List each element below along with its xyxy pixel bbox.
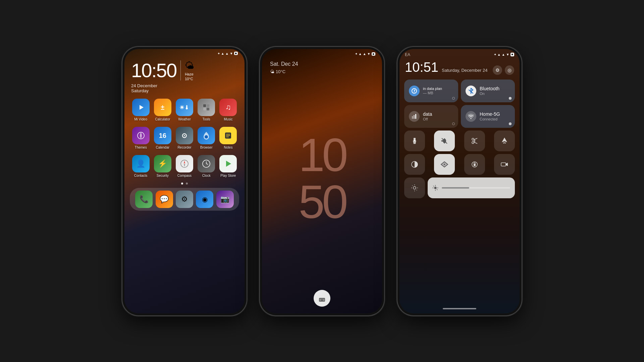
tile-video[interactable] (494, 154, 515, 175)
tools-label: Tools (202, 117, 210, 121)
ctrl-wifi-icon: ▼ (506, 53, 509, 56)
app-calendar[interactable]: 16 Calendar (153, 127, 173, 150)
app-tools[interactable]: Tools (196, 99, 216, 121)
data-plan-title: in data plan (423, 87, 453, 91)
wifi-subtitle: Connected (480, 117, 510, 121)
security-label: Security (157, 174, 169, 178)
playstore-label: Play Store (220, 174, 236, 178)
app-browser[interactable]: Browser (196, 127, 216, 150)
svg-rect-4 (207, 108, 209, 110)
app-row-2: Themes 16 Calendar ⊙ Recorder (124, 124, 245, 152)
control-time: 10:51 (405, 60, 438, 75)
lock-unlock-button[interactable] (314, 290, 330, 307)
app-clock[interactable]: Clock (196, 155, 216, 178)
dot-active (181, 183, 183, 185)
tile-lock-rotate[interactable] (464, 154, 485, 175)
wifi-dot (509, 122, 512, 125)
app-contacts[interactable]: 👤 Contacts (131, 155, 151, 178)
mobile-data-text: data Off (423, 111, 453, 121)
themes-label: Themes (135, 146, 147, 150)
control-time-row: 10:51 Saturday, December 24 ⚙ ◎ (399, 58, 520, 77)
svg-marker-17 (226, 161, 231, 167)
dock-settings[interactable]: ⚙ (176, 191, 193, 208)
dock-camera[interactable]: 📷 (216, 191, 234, 208)
phone-home: ✦ ▲ ▲ ▼ ■ 10:50 🌤 Haze 10°C (122, 47, 247, 315)
home-screen: ✦ ▲ ▲ ▼ ■ 10:50 🌤 Haze 10°C (124, 49, 245, 313)
tile-airplane[interactable] (494, 131, 515, 151)
control-sliders-icon[interactable]: ⚙ (493, 65, 502, 75)
dock-messages[interactable]: 💬 (156, 191, 173, 208)
app-recorder[interactable]: ⊙ Recorder (174, 127, 195, 150)
mobile-data-dot (452, 122, 455, 125)
app-mivideo[interactable]: Mi Video (131, 99, 151, 121)
svg-rect-42 (501, 163, 506, 166)
tiles-row-5 (404, 177, 515, 198)
security-icon: ⚡ (154, 155, 171, 172)
svg-point-6 (205, 135, 208, 139)
svg-rect-24 (415, 114, 416, 119)
bat-icon-lock: ■ (372, 52, 375, 56)
playstore-icon (219, 155, 237, 172)
control-target-icon[interactable]: ◎ (505, 65, 514, 75)
svg-point-44 (413, 187, 416, 189)
tile-bluetooth[interactable]: Bluetooth On (461, 80, 515, 102)
svg-marker-13 (184, 164, 185, 167)
tiles-row-1: in data plan — MB Bluetooth (404, 80, 515, 102)
bluetooth-subtitle: On (480, 92, 510, 96)
control-tiles: in data plan — MB Bluetooth (399, 77, 520, 200)
lock-weather: 🌤 10°C (270, 69, 374, 74)
lock-date: Sat. Dec 24 (270, 61, 374, 67)
app-notes[interactable]: Notes (218, 127, 238, 150)
ctrl-bt-icon: ✦ (494, 53, 496, 56)
app-security[interactable]: ⚡ Security (153, 155, 173, 178)
notes-label: Notes (224, 146, 232, 150)
gesture-bar (443, 308, 476, 309)
bluetooth-text: Bluetooth On (480, 86, 510, 96)
tile-data-plan[interactable]: in data plan — MB (404, 80, 458, 102)
clock-divider (180, 60, 181, 81)
tile-location[interactable] (434, 154, 455, 175)
svg-marker-12 (184, 161, 185, 164)
data-plan-dot (452, 97, 455, 100)
compass-icon (176, 155, 193, 172)
contacts-icon: 👤 (132, 155, 150, 172)
tile-scissors[interactable] (464, 131, 485, 151)
tile-mobile-data[interactable]: data Off (404, 105, 458, 128)
tile-contrast[interactable] (404, 154, 425, 175)
signal2-icon: ▲ (225, 52, 229, 55)
svg-rect-22 (412, 116, 413, 119)
tiles-row-4 (404, 154, 515, 175)
app-themes[interactable]: Themes (131, 127, 151, 150)
app-row-3: 👤 Contacts ⚡ Security (124, 152, 245, 180)
mobile-data-title: data (423, 111, 453, 117)
app-weather[interactable]: ☀🌡 Weather (174, 99, 195, 121)
svg-line-50 (433, 186, 434, 187)
dock-phone[interactable]: 📞 (135, 191, 153, 208)
app-compass[interactable]: Compass (174, 155, 195, 178)
svg-rect-28 (441, 140, 443, 142)
calendar-label: Calendar (156, 146, 169, 150)
tile-brightness-slider[interactable] (428, 177, 515, 198)
tiles-row-2: data Off (404, 105, 515, 128)
wifi-text: Home-5G Connected (480, 111, 510, 121)
weather-widget: 🌤 Haze 10°C (185, 60, 194, 82)
app-playstore[interactable]: Play Store (218, 155, 238, 178)
tile-wifi[interactable]: Home-5G Connected (461, 105, 515, 128)
dock-browser2[interactable]: ◉ (196, 191, 213, 208)
mivideo-label: Mi Video (134, 117, 147, 121)
app-music[interactable]: ♫ Music (218, 99, 238, 121)
svg-rect-20 (321, 300, 323, 301)
weather-desc: Haze 10°C (185, 72, 194, 82)
tools-icon (198, 99, 215, 116)
themes-icon (132, 127, 150, 144)
weather-icon-app: ☀🌡 (176, 99, 193, 116)
phone-control: EA ✦ ▲ ▲ ▼ ■ 10:51 Saturday, December 24… (397, 47, 522, 315)
sig2-icon: ▲ (363, 52, 366, 56)
svg-rect-3 (203, 108, 206, 110)
tile-mute[interactable] (434, 131, 455, 151)
app-row-1: Mi Video ± Calculator ☀🌡 Weather (124, 96, 245, 124)
app-calculator[interactable]: ± Calculator (153, 99, 173, 121)
tile-auto-brightness[interactable] (404, 177, 425, 198)
gesture-bar-container (399, 304, 520, 313)
tile-flashlight[interactable] (404, 131, 425, 151)
